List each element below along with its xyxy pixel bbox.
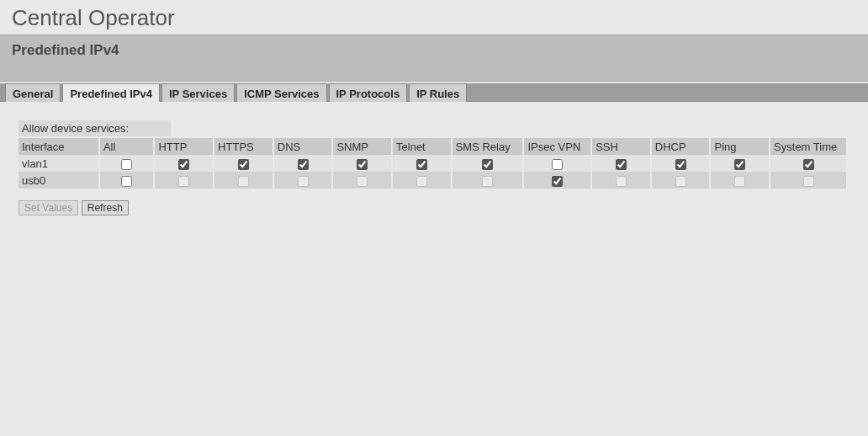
cell-ipsec-vpn	[523, 155, 591, 172]
cell-ipsec-vpn	[523, 172, 591, 189]
column-header-ping: Ping	[710, 138, 770, 155]
cell-system-time	[770, 155, 846, 172]
tab-icmp-services[interactable]: ICMP Services	[236, 83, 326, 102]
checkbox-vlan1-dhcp[interactable]	[675, 159, 686, 170]
checkbox-usb0-https	[238, 176, 249, 187]
subheader-title: Predefined IPv4	[12, 42, 868, 59]
cell-http	[154, 172, 214, 189]
column-header-ipsec-vpn: IPsec VPN	[523, 138, 591, 155]
tab-ip-services[interactable]: IP Services	[161, 83, 235, 102]
tab-ip-rules[interactable]: IP Rules	[409, 83, 467, 102]
cell-https	[214, 155, 273, 172]
cell-ping	[710, 172, 770, 189]
cell-dns	[273, 155, 333, 172]
cell-dhcp	[651, 172, 711, 189]
column-header-dhcp: DHCP	[651, 138, 711, 155]
column-header-sms-relay: SMS Relay	[452, 138, 524, 155]
tab-predefined-ipv4[interactable]: Predefined IPv4	[62, 83, 160, 102]
column-header-https: HTTPS	[214, 138, 273, 155]
table-row: usb0	[19, 172, 846, 189]
checkbox-vlan1-http[interactable]	[178, 159, 189, 170]
checkbox-vlan1-ping[interactable]	[734, 159, 745, 170]
checkbox-vlan1-snmp[interactable]	[357, 159, 368, 170]
tab-bar: GeneralPredefined IPv4IP ServicesICMP Se…	[0, 83, 868, 102]
checkbox-usb0-all[interactable]	[121, 176, 132, 187]
checkbox-usb0-system-time	[803, 176, 814, 187]
checkbox-vlan1-https[interactable]	[238, 159, 249, 170]
cell-https	[214, 172, 273, 189]
cell-ssh	[591, 172, 651, 189]
cell-dhcp	[651, 155, 711, 172]
column-header-snmp: SNMP	[332, 138, 392, 155]
cell-telnet	[392, 155, 452, 172]
column-header-interface: Interface	[19, 138, 99, 155]
refresh-button[interactable]: Refresh	[82, 200, 129, 215]
interface-name: usb0	[19, 172, 99, 189]
cell-all	[99, 172, 155, 189]
page-title: Central Operator	[0, 0, 868, 35]
column-header-dns: DNS	[273, 138, 333, 155]
checkbox-usb0-ssh	[616, 176, 627, 187]
checkbox-vlan1-ipsec-vpn[interactable]	[552, 159, 563, 170]
interface-name: vlan1	[19, 155, 99, 172]
cell-all	[99, 155, 155, 172]
checkbox-usb0-sms-relay	[482, 176, 493, 187]
checkbox-usb0-ipsec-vpn[interactable]	[552, 176, 563, 187]
checkbox-usb0-dhcp	[675, 176, 686, 187]
button-row: Set Values Refresh	[19, 200, 868, 215]
checkbox-usb0-dns	[298, 176, 309, 187]
column-header-ssh: SSH	[591, 138, 651, 155]
services-table: InterfaceAllHTTPHTTPSDNSSNMPTelnetSMS Re…	[19, 138, 846, 189]
cell-sms-relay	[452, 155, 524, 172]
checkbox-usb0-ping	[734, 176, 745, 187]
checkbox-usb0-telnet	[416, 176, 427, 187]
column-header-system-time: System Time	[770, 138, 846, 155]
column-header-all: All	[99, 138, 155, 155]
checkbox-usb0-http	[178, 176, 189, 187]
checkbox-usb0-snmp	[357, 176, 368, 187]
column-header-telnet: Telnet	[392, 138, 452, 155]
subheader-bar: Predefined IPv4	[0, 35, 868, 82]
cell-ssh	[591, 155, 651, 172]
cell-snmp	[332, 155, 392, 172]
cell-snmp	[332, 172, 392, 189]
cell-dns	[273, 172, 333, 189]
cell-http	[154, 155, 214, 172]
content-area: Allow device services: InterfaceAllHTTPH…	[0, 102, 868, 215]
checkbox-vlan1-ssh[interactable]	[616, 159, 627, 170]
checkbox-vlan1-dns[interactable]	[298, 159, 309, 170]
table-row: vlan1	[19, 155, 846, 172]
checkbox-vlan1-sms-relay[interactable]	[482, 159, 493, 170]
checkbox-vlan1-all[interactable]	[121, 159, 132, 170]
cell-sms-relay	[452, 172, 524, 189]
allow-device-services-label: Allow device services:	[19, 120, 171, 136]
set-values-button: Set Values	[19, 200, 78, 215]
tab-ip-protocols[interactable]: IP Protocols	[329, 83, 408, 102]
cell-telnet	[392, 172, 452, 189]
cell-system-time	[770, 172, 846, 189]
checkbox-vlan1-telnet[interactable]	[416, 159, 427, 170]
cell-ping	[710, 155, 770, 172]
checkbox-vlan1-system-time[interactable]	[803, 159, 814, 170]
tab-general[interactable]: General	[5, 83, 61, 102]
column-header-http: HTTP	[154, 138, 214, 155]
